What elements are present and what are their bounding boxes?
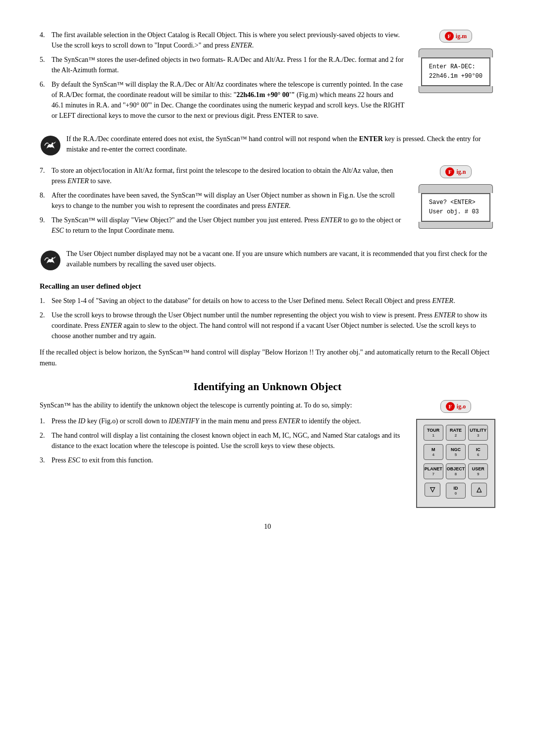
item-9-content: The SynScan™ will display "View Object?"… <box>52 215 406 236</box>
key-tour-label: TOUR <box>427 428 439 433</box>
key-ic-label: IC <box>476 447 481 453</box>
fig-n-label-wrapper: Fig.n <box>440 165 471 181</box>
item-9-num: 9. <box>40 215 52 236</box>
key-down-arrow[interactable]: ▽ <box>425 483 440 497</box>
list-item-8: 8. After the coordinates have been saved… <box>40 190 406 211</box>
caution-bird-icon-1 <box>40 135 61 156</box>
fig-n-col: Fig.n Save? <ENTER> User obj. # 03 <box>416 165 495 229</box>
id-item-3-num: 3. <box>40 455 52 465</box>
fig-o-label-wrapper: Fig.o <box>440 400 471 416</box>
key-ic-num: 6 <box>477 453 479 457</box>
fig-m-label-wrapper: Fig.m <box>439 30 472 46</box>
device-n-bottom <box>419 222 493 229</box>
list-item-7: 7. To store an object/location in Alt/Az… <box>40 165 406 186</box>
key-tour-num: 1 <box>432 433 434 438</box>
key-ic[interactable]: IC 6 <box>468 444 488 460</box>
id-item-2: 2. The hand control will display a list … <box>40 430 406 451</box>
device-top <box>419 49 493 57</box>
recalling-item-1: 1. See Step 1-4 of "Saving an object to … <box>40 296 495 306</box>
note-block-2: The User Object number displayed may not… <box>40 249 495 273</box>
lcd-n-line-1: Save? <ENTER> <box>429 198 482 207</box>
key-m-num: 4 <box>432 453 434 457</box>
id-item-1: 1. Press the ID key (Fig.o) or scroll do… <box>40 416 406 426</box>
section-upper: 4. The first available selection in the … <box>40 30 495 127</box>
note-icon-1 <box>40 135 61 158</box>
key-user[interactable]: USER 9 <box>468 463 488 479</box>
list-item-6: 6. By default the SynScan™ will display … <box>40 79 406 121</box>
key-planet[interactable]: PLANET 7 <box>424 463 443 479</box>
item-4-content: The first available selection in the Obj… <box>52 30 406 50</box>
fig-n-label: Fig.n <box>440 165 471 178</box>
fig-m-label: Fig.m <box>439 30 472 43</box>
item-4-num: 4. <box>40 30 52 50</box>
keypad-row-3: PLANET 7 OBJECT 8 USER 9 <box>422 463 489 479</box>
upper-text-col: 4. The first available selection in the … <box>40 30 406 127</box>
recalling-note-paragraph: If the recalled object is below horizon,… <box>40 347 495 368</box>
key-up-arrow[interactable]: △ <box>471 483 487 497</box>
id-item-3: 3. Press ESC to exit from this function. <box>40 455 406 465</box>
upper-list: 4. The first available selection in the … <box>40 30 406 121</box>
svg-point-3 <box>52 257 54 259</box>
key-ngc[interactable]: NGC 5 <box>446 444 466 460</box>
caution-bird-icon-2 <box>40 250 61 271</box>
key-rate-num: 2 <box>455 433 457 438</box>
item-5-num: 5. <box>40 54 52 75</box>
key-ngc-label: NGC <box>451 447 461 453</box>
section-mid: 7. To store an object/location in Alt/Az… <box>40 165 495 242</box>
fig-m-col: Fig.m Enter RA-DEC: 22h46.1m +90°00 <box>416 30 495 93</box>
key-m-label: M <box>431 447 435 453</box>
fig-o-col: Fig.o TOUR 1 RATE 2 UTILITY 3 <box>416 400 495 508</box>
id-item-1-num: 1. <box>40 416 52 426</box>
lcd-line-1: Enter RA-DEC: <box>429 62 482 72</box>
recalling-item-2: 2. Use the scroll keys to browse through… <box>40 310 495 341</box>
key-rate[interactable]: RATE 2 <box>446 425 466 441</box>
device-bottom <box>419 86 493 93</box>
key-object[interactable]: OBJECT 8 <box>446 463 466 479</box>
key-planet-label: PLANET <box>425 466 442 472</box>
r-item-1-num: 1. <box>40 296 52 306</box>
key-ngc-num: 5 <box>455 453 457 457</box>
key-m[interactable]: M 4 <box>424 444 443 460</box>
keypad-row-4: ▽ ID 0 △ <box>422 483 489 499</box>
fig-o-label: Fig.o <box>440 400 471 413</box>
id-item-2-num: 2. <box>40 430 52 451</box>
key-planet-num: 7 <box>432 472 434 477</box>
list-item-5: 5. The SynScan™ stores the user-defined … <box>40 54 406 75</box>
id-item-2-content: The hand control will display a list con… <box>52 430 406 451</box>
item-6-num: 6. <box>40 79 52 121</box>
fig-n-lcd: Save? <ENTER> User obj. # 03 <box>421 193 490 222</box>
recalling-list: 1. See Step 1-4 of "Saving an object to … <box>40 296 495 341</box>
r-item-2-content: Use the scroll keys to browse through th… <box>52 310 495 341</box>
list-item-4: 4. The first available selection in the … <box>40 30 406 50</box>
item-6-content: By default the SynScan™ will display the… <box>52 79 406 121</box>
identifying-list: 1. Press the ID key (Fig.o) or scroll do… <box>40 416 406 465</box>
key-utility[interactable]: UTILITY 3 <box>468 425 488 441</box>
mid-text-col: 7. To store an object/location in Alt/Az… <box>40 165 406 242</box>
device-n-top <box>419 184 493 193</box>
identifying-text-col: SynScan™ has the ability to identify the… <box>40 400 406 471</box>
fig-m-circle: F <box>445 32 454 41</box>
identifying-row: SynScan™ has the ability to identify the… <box>40 400 495 508</box>
keypad-row-1: TOUR 1 RATE 2 UTILITY 3 <box>422 425 489 441</box>
key-object-label: OBJECT <box>447 466 465 472</box>
key-user-label: USER <box>472 466 484 472</box>
identifying-intro: SynScan™ has the ability to identify the… <box>40 400 406 411</box>
item-8-content: After the coordinates have been saved, t… <box>52 190 406 211</box>
key-id[interactable]: ID 0 <box>446 483 466 499</box>
page-content: 4. The first available selection in the … <box>40 30 495 531</box>
key-user-num: 9 <box>477 472 479 477</box>
key-utility-num: 3 <box>477 433 479 438</box>
svg-point-1 <box>52 143 54 145</box>
keypad-row-2: M 4 NGC 5 IC 6 <box>422 444 489 460</box>
id-item-3-content: Press ESC to exit from this function. <box>52 455 406 465</box>
mid-list: 7. To store an object/location in Alt/Az… <box>40 165 406 236</box>
keypad-fig-o: TOUR 1 RATE 2 UTILITY 3 M <box>416 419 495 508</box>
recalling-heading: Recalling an user defined object <box>40 282 495 291</box>
r-item-2-num: 2. <box>40 310 52 341</box>
list-item-9: 9. The SynScan™ will display "View Objec… <box>40 215 406 236</box>
note-text-1: If the R.A./Dec coordinate entered does … <box>66 134 495 154</box>
lcd-line-2: 22h46.1m +90°00 <box>429 72 482 81</box>
lcd-n-line-2: User obj. # 03 <box>429 207 482 217</box>
id-item-1-content: Press the ID key (Fig.o) or scroll down … <box>52 416 406 426</box>
key-tour[interactable]: TOUR 1 <box>424 425 443 441</box>
